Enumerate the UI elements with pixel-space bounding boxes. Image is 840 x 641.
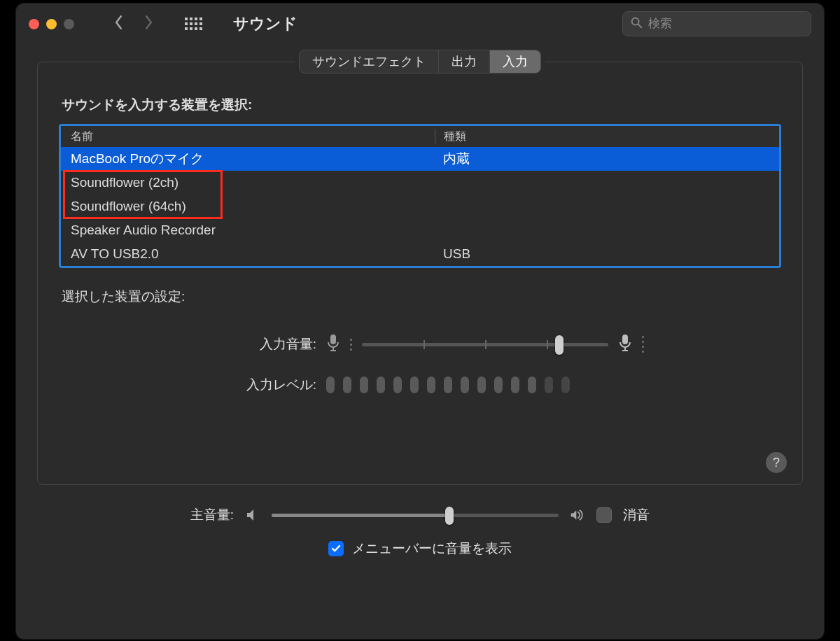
input-level-meter xyxy=(326,376,570,393)
device-row[interactable]: AV TO USB2.0USB xyxy=(61,242,779,266)
mic-high-dots xyxy=(642,336,644,353)
svg-rect-2 xyxy=(330,334,336,344)
table-header: 名前 種類 xyxy=(61,126,779,147)
device-name: Soundflower (2ch) xyxy=(71,175,435,190)
mic-low-icon xyxy=(326,334,340,355)
search-input[interactable] xyxy=(648,17,804,31)
main-panel: サウンドエフェクト出力入力 サウンドを入力する装置を選択: 名前 種類 MacB… xyxy=(37,62,803,485)
speaker-low-icon xyxy=(245,507,260,523)
tab-1[interactable]: 出力 xyxy=(439,50,490,73)
svg-line-1 xyxy=(638,24,642,28)
show-all-button[interactable] xyxy=(185,17,202,30)
device-type: USB xyxy=(435,246,769,262)
search-field[interactable] xyxy=(622,11,811,36)
search-icon xyxy=(630,16,643,31)
device-row[interactable]: Soundflower (64ch) xyxy=(61,195,779,218)
main-volume-row: 主音量: 消音 xyxy=(37,506,803,524)
help-button[interactable]: ? xyxy=(766,452,787,473)
menubar-checkbox[interactable] xyxy=(328,541,344,556)
input-volume-knob[interactable] xyxy=(555,335,564,355)
input-level-row: 入力レベル: xyxy=(38,376,802,394)
mic-high-icon xyxy=(618,334,632,355)
device-settings-label: 選択した装置の設定: xyxy=(62,288,802,306)
device-select-label: サウンドを入力する装置を選択: xyxy=(62,96,802,114)
device-row[interactable]: Speaker Audio Recorder xyxy=(61,218,779,242)
tabs-wrap: サウンドエフェクト出力入力 xyxy=(38,50,802,73)
input-volume-label: 入力音量: xyxy=(38,335,316,353)
col-name: 名前 xyxy=(71,129,435,144)
back-button[interactable] xyxy=(113,15,124,33)
nav-arrows xyxy=(113,15,154,33)
titlebar: サウンド xyxy=(16,3,824,44)
mute-label: 消音 xyxy=(623,506,650,524)
content: サウンドエフェクト出力入力 サウンドを入力する装置を選択: 名前 種類 MacB… xyxy=(16,44,824,639)
tab-0[interactable]: サウンドエフェクト xyxy=(300,50,439,73)
window-controls xyxy=(29,19,74,29)
tab-2[interactable]: 入力 xyxy=(490,50,540,73)
tab-segmented: サウンドエフェクト出力入力 xyxy=(299,50,541,73)
device-table: 名前 種類 MacBook Proのマイク内蔵Soundflower (2ch)… xyxy=(59,124,781,268)
input-volume-slider[interactable] xyxy=(362,343,608,346)
menubar-label: メニューバーに音量を表示 xyxy=(352,540,512,558)
svg-rect-5 xyxy=(622,334,628,344)
main-volume-slider[interactable] xyxy=(272,514,559,517)
main-volume-knob[interactable] xyxy=(445,507,454,525)
menubar-row: メニューバーに音量を表示 xyxy=(37,540,803,558)
input-level-label: 入力レベル: xyxy=(38,376,316,394)
zoom-button[interactable] xyxy=(64,19,74,29)
forward-button[interactable] xyxy=(144,15,154,33)
window-title: サウンド xyxy=(233,13,298,34)
device-type: 内蔵 xyxy=(435,150,769,168)
device-name: Speaker Audio Recorder xyxy=(71,223,435,238)
table-body: MacBook Proのマイク内蔵Soundflower (2ch)Soundf… xyxy=(61,147,779,266)
device-row[interactable]: MacBook Proのマイク内蔵 xyxy=(61,147,779,171)
device-name: Soundflower (64ch) xyxy=(71,199,435,214)
close-button[interactable] xyxy=(29,19,39,29)
footer: 主音量: 消音 メニューバーに音量を表示 xyxy=(37,485,803,558)
input-volume-row: 入力音量: xyxy=(38,334,802,355)
device-name: MacBook Proのマイク xyxy=(71,150,435,168)
sound-pref-window: サウンド サウンドエフェクト出力入力 サウンドを入力する装置を選択: 名前 種類… xyxy=(15,3,825,640)
mute-checkbox[interactable] xyxy=(596,507,612,523)
main-volume-label: 主音量: xyxy=(190,506,234,524)
col-type: 種類 xyxy=(435,129,769,144)
device-name: AV TO USB2.0 xyxy=(71,246,435,262)
device-row[interactable]: Soundflower (2ch) xyxy=(61,171,779,195)
speaker-high-icon xyxy=(570,507,585,523)
minimize-button[interactable] xyxy=(46,19,57,29)
mic-low-dots xyxy=(350,339,352,351)
